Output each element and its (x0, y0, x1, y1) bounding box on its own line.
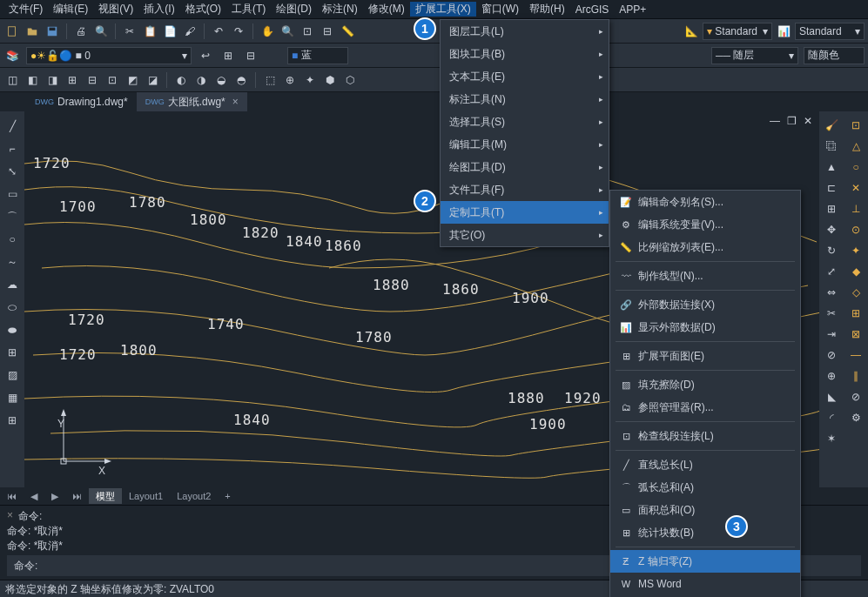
menu-scale-list[interactable]: 📏比例缩放列表(E)... (610, 236, 800, 258)
snap-cen-tool[interactable]: ○ (847, 158, 865, 176)
minimize-icon[interactable]: — (770, 115, 780, 127)
snap-app-tool[interactable]: ⊠ (847, 325, 865, 343)
snap-per-tool[interactable]: ⊥ (847, 200, 865, 218)
layout-nav-next[interactable]: ▶ (44, 488, 65, 504)
menu-arc-total[interactable]: ⌒弧长总和(A) (610, 476, 800, 499)
view-btn-5[interactable]: ⊟ (84, 71, 101, 89)
snap-none-tool[interactable]: ⊘ (847, 388, 865, 406)
tab-drawing1[interactable]: DWGDrawing1.dwg* (26, 92, 137, 111)
snap-ext-tool[interactable]: — (847, 346, 865, 364)
menu-text-tools[interactable]: 文本工具(E)▸ (441, 65, 609, 88)
view-btn-4[interactable]: ⊞ (64, 71, 81, 89)
explode-tool[interactable]: ✶ (823, 430, 840, 447)
cmd-close-icon[interactable]: × (7, 509, 13, 521)
view-btn-3[interactable]: ◨ (44, 71, 61, 89)
layer-state-button[interactable]: ⊟ (242, 47, 259, 64)
layout-add[interactable]: + (218, 488, 237, 504)
extend-tool[interactable]: ⇥ (823, 325, 840, 343)
menu-other-tools[interactable]: 其它(O)▸ (441, 224, 609, 246)
menu-ext-data-conn[interactable]: 🔗外部数据连接(X) (610, 293, 800, 316)
layout-2[interactable]: Layout2 (170, 488, 218, 504)
menu-check-lines[interactable]: ⊡检查线段连接(L) (610, 425, 800, 447)
menu-modify[interactable]: 修改(M) (363, 2, 410, 17)
view-btn-7[interactable]: ◩ (124, 71, 141, 89)
cut-button[interactable]: ✂ (121, 23, 138, 40)
view-btn-9[interactable]: ◐ (172, 71, 190, 89)
menu-dim[interactable]: 标注(N) (317, 2, 363, 17)
circle-tool[interactable]: ○ (3, 230, 22, 249)
preview-button[interactable]: 🔍 (92, 23, 110, 40)
dim-style-combo[interactable]: Standard▾ (795, 23, 865, 40)
view-btn-13[interactable]: ⬚ (261, 71, 279, 89)
ellipse-tool[interactable]: ⬭ (3, 298, 22, 317)
hatch-tool[interactable]: ▨ (3, 366, 22, 385)
break-tool[interactable]: ⊘ (823, 346, 840, 364)
menu-line-total[interactable]: ╱直线总长(L) (610, 453, 800, 476)
menu-ext-tools[interactable]: 扩展工具(X) (410, 2, 476, 17)
menu-make-linetype[interactable]: 〰制作线型(N)... (610, 265, 800, 287)
mirror-tool[interactable]: ▲ (823, 158, 840, 176)
menu-block-count[interactable]: ⊞统计块数(B) (610, 521, 800, 544)
colorfilter-combo[interactable]: 随颜色 (804, 47, 865, 64)
menu-help[interactable]: 帮助(H) (524, 2, 570, 17)
line-tool[interactable]: ╱ (3, 117, 22, 136)
zoom-prev-button[interactable]: ⊟ (319, 23, 336, 40)
spline-tool[interactable]: ～ (3, 252, 22, 272)
layer-combo[interactable]: ●☀🔓🔵 ■ 0▾ (26, 47, 192, 64)
snap-int-tool[interactable]: ✕ (847, 179, 865, 197)
fillet-tool[interactable]: ◜ (823, 409, 840, 426)
snap-mid-tool[interactable]: △ (847, 138, 865, 155)
snap-set-tool[interactable]: ⚙ (847, 409, 865, 426)
color-combo[interactable]: ■ 蓝 (287, 47, 348, 64)
menu-hatch-erase[interactable]: ▨填充擦除(D) (610, 373, 800, 396)
view-btn-16[interactable]: ⬢ (321, 71, 339, 89)
view-btn-1[interactable]: ◫ (3, 71, 21, 89)
close-tab-icon[interactable]: × (232, 96, 239, 108)
tab-bigmap[interactable]: DWG大图纸.dwg*× (137, 92, 247, 111)
menu-draw-tools[interactable]: 绘图工具(D)▸ (441, 156, 609, 178)
erase-tool[interactable]: 🧹 (823, 117, 840, 134)
stretch-tool[interactable]: ⇔ (823, 284, 840, 301)
zoom-window-button[interactable]: ⊡ (299, 23, 316, 40)
save-button[interactable] (44, 23, 61, 40)
menu-window[interactable]: 窗口(W) (476, 2, 524, 17)
menu-edit-sysvar[interactable]: ⚙编辑系统变量(V)... (610, 213, 800, 236)
menu-ms-word[interactable]: WMS Word (610, 573, 800, 595)
menu-tools[interactable]: 工具(T) (226, 2, 271, 17)
maximize-icon[interactable]: ❐ (787, 115, 797, 127)
menu-block-tools[interactable]: 图块工具(B)▸ (441, 43, 609, 65)
lineweight-combo[interactable]: ── 随层▾ (711, 47, 798, 64)
layout-1[interactable]: Layout1 (122, 488, 170, 504)
rect-tool[interactable]: ▭ (3, 184, 22, 204)
view-btn-14[interactable]: ⊕ (281, 71, 299, 89)
menu-edit-tools[interactable]: 编辑工具(M)▸ (441, 133, 609, 156)
rotate-tool[interactable]: ↻ (823, 242, 840, 259)
text-style-combo[interactable]: ▾ Standard▾ (703, 23, 772, 40)
brush-button[interactable]: 🖌 (181, 23, 198, 40)
menu-view[interactable]: 视图(V) (93, 2, 138, 17)
menu-edit-alias[interactable]: 📝编辑命令别名(S)... (610, 191, 800, 213)
menu-show-ext-data[interactable]: 📊显示外部数据(D) (610, 316, 800, 339)
array-tool[interactable]: ⊞ (823, 200, 840, 218)
snap-near-tool[interactable]: ✦ (847, 242, 865, 259)
layer-isolate-button[interactable]: ⊞ (219, 47, 237, 64)
view-btn-10[interactable]: ◑ (192, 71, 210, 89)
view-btn-17[interactable]: ⬡ (341, 71, 359, 89)
menu-format[interactable]: 格式(O) (180, 2, 226, 17)
menu-custom-tools[interactable]: 定制工具(T)▸ (441, 201, 609, 224)
trim-tool[interactable]: ✂ (823, 305, 840, 322)
cloud-tool[interactable]: ☁ (3, 275, 22, 294)
view-btn-8[interactable]: ◪ (144, 71, 161, 89)
menu-layer-tools[interactable]: 图层工具(L)▸ (441, 20, 609, 43)
redo-button[interactable]: ↷ (230, 23, 247, 40)
menu-ref-manager[interactable]: 🗂参照管理器(R)... (610, 396, 800, 419)
layout-nav-first[interactable]: ⏮ (0, 488, 24, 504)
copy-button[interactable]: 📋 (141, 23, 158, 40)
menu-select-tools[interactable]: 选择工具(S)▸ (441, 111, 609, 133)
menu-app[interactable]: APP+ (614, 3, 651, 16)
xline-tool[interactable]: ⤡ (3, 162, 22, 181)
close-icon[interactable]: ✕ (804, 115, 812, 127)
menu-area-total[interactable]: ▭面积总和(O) (610, 499, 800, 521)
arc-tool[interactable]: ⌒ (3, 207, 22, 226)
chamfer-tool[interactable]: ◣ (823, 388, 840, 406)
